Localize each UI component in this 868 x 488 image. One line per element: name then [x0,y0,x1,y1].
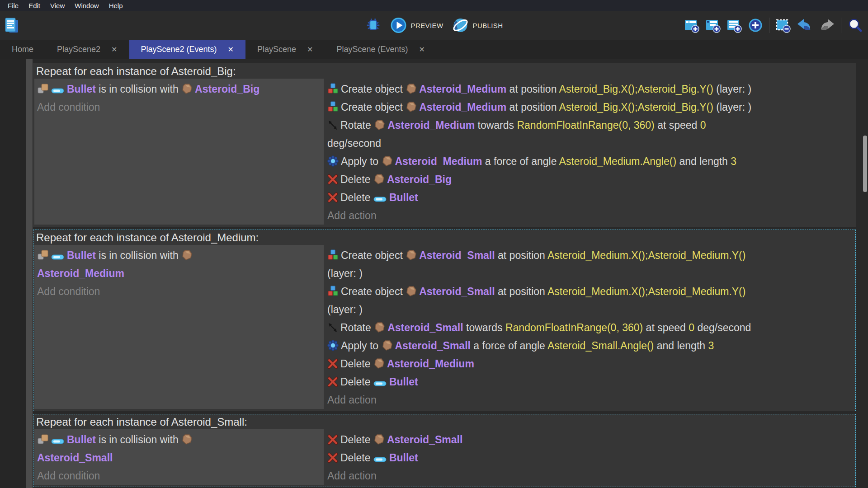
add-condition-button[interactable]: Add condition [37,467,320,485]
expression-text: Asteroid_Small.Angle() [547,340,654,352]
tab-close-icon[interactable]: ✕ [419,45,425,54]
undo-icon[interactable] [797,18,813,33]
event-body: Bullet is in collision with Asteroid_Sma… [33,429,855,487]
object-name: Asteroid_Small [419,249,495,261]
action-row[interactable]: Delete Bullet [327,373,851,391]
tab-close-icon[interactable]: ✕ [111,45,117,54]
debug-icon[interactable] [365,17,382,33]
tab-label: PlayScene (Events) [336,45,408,54]
action-row[interactable]: Create object Asteroid_Medium at positio… [327,98,851,116]
object-name: Asteroid_Medium [37,267,124,279]
menu-item-file[interactable]: File [3,2,24,9]
tab-home[interactable]: Home [0,40,45,59]
instruction-text: Rotate [340,119,374,131]
asteroid-icon [181,83,195,95]
asteroid-icon [374,322,387,333]
tab-playscene2-events[interactable]: PlayScene2 (Events)✕ [129,40,246,59]
publish-button[interactable]: PUBLISH [452,17,503,33]
add-event-icon[interactable] [684,18,699,33]
event-block-3[interactable]: Repeat for each instance of Asteroid_Sma… [33,414,856,487]
vertical-scrollbar-thumb[interactable] [863,136,867,192]
object-name: Asteroid_Small [387,322,463,333]
object-name: Asteroid_Medium [419,101,506,113]
delete-icon [327,452,340,464]
add-comment-icon[interactable] [726,18,742,33]
asteroid-icon [406,286,419,297]
event-header[interactable]: Repeat for each instance of Asteroid_Big… [33,64,855,79]
object-name: Bullet [389,192,418,203]
tab-playscene2[interactable]: PlayScene2✕ [45,40,129,59]
preview-button[interactable]: PREVIEW [391,17,443,33]
instruction-text: Create object [341,83,406,95]
menu-item-help[interactable]: Help [104,2,128,9]
add-subevent-icon[interactable] [705,18,721,33]
tab-playscene-events[interactable]: PlayScene (Events)✕ [325,40,436,59]
search-icon[interactable] [847,18,863,33]
add-new-circle-icon[interactable] [748,18,763,33]
action-row[interactable]: Delete Asteroid_Small [327,431,851,449]
conditions-column: Bullet is in collision with Asteroid_Big… [34,79,324,225]
instruction-text: at position [506,83,559,95]
tab-close-icon[interactable]: ✕ [228,45,234,54]
condition-row[interactable]: Bullet is in collision with Asteroid_Med… [37,246,320,282]
action-row[interactable]: Delete Asteroid_Medium [327,355,851,373]
action-row[interactable]: Rotate Asteroid_Small towards RandomFloa… [327,319,851,337]
object-name: Asteroid_Small [395,340,471,352]
object-name: Asteroid_Big [387,174,452,185]
delete-icon [327,174,340,185]
add-condition-button[interactable]: Add condition [37,282,320,300]
delete-icon [327,376,340,388]
action-row[interactable]: Delete Bullet [327,449,851,467]
add-action-button[interactable]: Add action [327,467,851,485]
condition-row[interactable]: Bullet is in collision with Asteroid_Big [37,80,320,98]
add-condition-button[interactable]: Add condition [37,98,320,116]
actions-column: Create object Asteroid_Small at position… [324,245,855,409]
add-action-button[interactable]: Add action [327,391,851,409]
menu-bar: FileEditViewWindowHelp [0,0,868,11]
action-row[interactable]: Create object Asteroid_Small at position… [327,246,851,282]
actions-column: Create object Asteroid_Medium at positio… [324,79,855,225]
delete-icon [327,434,340,446]
asteroid-icon [406,83,419,95]
instruction-text: at speed [655,119,700,131]
expression-text: Asteroid_Big.X();Asteroid_Big.Y() [559,83,713,95]
asteroid-icon [382,340,395,352]
collision-icon [37,434,51,446]
menu-item-edit[interactable]: Edit [24,2,45,9]
event-block-2[interactable]: Repeat for each instance of Asteroid_Med… [33,230,856,411]
event-header[interactable]: Repeat for each instance of Asteroid_Med… [33,230,855,245]
menu-item-view[interactable]: View [45,2,70,9]
action-row[interactable]: Delete Bullet [327,188,851,206]
bullet-object-icon [373,376,389,388]
action-row[interactable]: Create object Asteroid_Medium at positio… [327,80,851,98]
object-name: Bullet [67,434,96,446]
redo-icon[interactable] [819,18,835,33]
instruction-text: at position [495,249,547,261]
menu-item-window[interactable]: Window [70,2,104,9]
instruction-text: (layer: ) [327,267,363,279]
action-row[interactable]: Create object Asteroid_Small at position… [327,282,851,319]
event-header[interactable]: Repeat for each instance of Asteroid_Sma… [33,414,855,429]
remove-selection-icon[interactable] [775,18,791,33]
tab-close-icon[interactable]: ✕ [307,45,313,54]
object-name: Asteroid_Big [195,83,259,95]
object-name: Asteroid_Small [37,452,113,464]
instruction-text: (layer: ) [713,101,751,113]
event-block-1[interactable]: Repeat for each instance of Asteroid_Big… [33,63,856,227]
object-name: Asteroid_Small [419,286,495,297]
action-row[interactable]: Apply to Asteroid_Medium a force of angl… [327,152,851,170]
instruction-text: Delete [340,192,373,203]
instruction-text: towards [475,119,517,131]
instruction-text: is in collision with [96,249,181,261]
tab-playscene[interactable]: PlayScene✕ [245,40,325,59]
object-name: Bullet [67,249,96,261]
action-row[interactable]: Delete Asteroid_Big [327,170,851,188]
action-row[interactable]: Apply to Asteroid_Small a force of angle… [327,337,851,355]
preview-label: PREVIEW [411,22,443,29]
action-row[interactable]: Rotate Asteroid_Medium towards RandomFlo… [327,116,851,152]
instruction-text: a force of angle [471,340,547,352]
condition-row[interactable]: Bullet is in collision with Asteroid_Sma… [37,431,320,467]
publish-globe-icon [452,17,468,33]
project-manager-icon[interactable] [4,16,20,34]
add-action-button[interactable]: Add action [327,206,851,225]
